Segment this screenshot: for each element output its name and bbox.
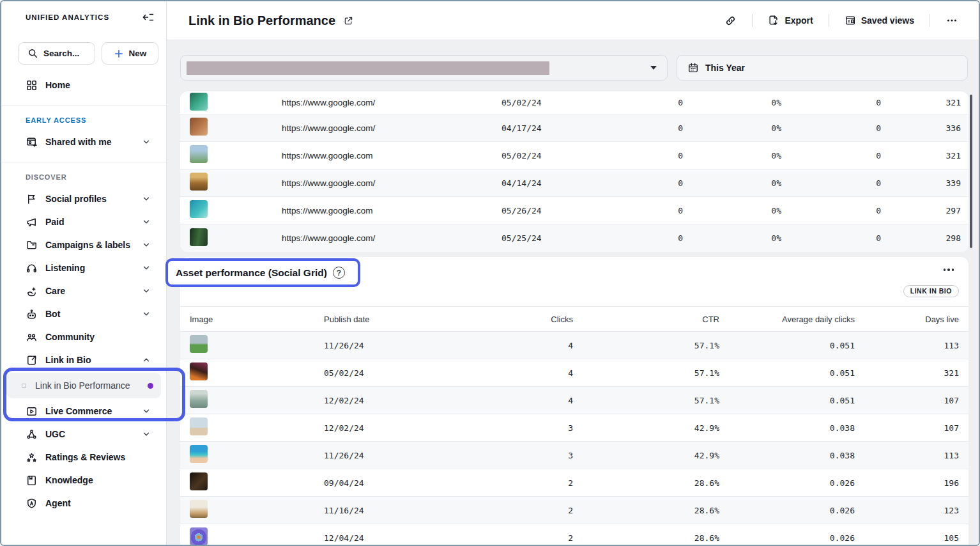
link-ctr: 0% — [683, 206, 781, 215]
link-avg-daily-clicks: 0 — [781, 206, 881, 215]
saved-views-icon — [845, 15, 856, 26]
sidebar-item-label: Paid — [45, 217, 134, 227]
link-table-row[interactable]: https://www.google.com05/02/2400%0321 — [180, 142, 969, 169]
chevron-down-icon — [142, 194, 151, 203]
row-thumbnail-image — [190, 118, 208, 136]
sidebar-item-ratings-reviews[interactable]: Ratings & Reviews — [1, 446, 166, 469]
link-table-row[interactable]: https://www.google.com05/26/2400%0297 — [180, 197, 969, 224]
column-header-image: Image — [190, 315, 324, 324]
sidebar: UNIFIED ANALYTICS Search... — [1, 1, 167, 545]
link-days-live: 321 — [881, 151, 961, 160]
sidebar-item-campaigns-labels[interactable]: Campaigns & labels — [1, 233, 166, 256]
headphones-icon — [26, 262, 38, 274]
asset-avg-daily-clicks: 0.051 — [719, 396, 855, 405]
sidebar-item-shared-with-me[interactable]: Shared with me — [1, 130, 166, 153]
chevron-down-icon — [142, 407, 151, 416]
sidebar-item-label: Home — [45, 80, 151, 90]
search-icon — [27, 48, 38, 59]
megaphone-icon — [26, 216, 38, 228]
link-table-row[interactable]: https://www.google.com/05/02/2400%0321 — [180, 91, 969, 114]
asset-avg-daily-clicks: 0.026 — [719, 478, 855, 488]
search-label: Search... — [43, 49, 79, 58]
sidebar-item-agent[interactable]: Agent — [1, 492, 166, 515]
link-clicks: 0 — [627, 178, 683, 188]
export-button[interactable]: Export — [762, 11, 819, 30]
asset-days-live: 113 — [855, 451, 959, 460]
sidebar-subitem-link-in-bio-performance[interactable]: Link in Bio Performance — [6, 373, 161, 398]
export-icon — [768, 15, 779, 26]
link-table-row[interactable]: https://www.google.com/05/25/2400%0298 — [180, 224, 969, 252]
divider — [752, 14, 753, 27]
home-grid-icon — [26, 79, 38, 91]
asset-thumbnail-image — [190, 363, 208, 380]
asset-table-row[interactable]: 12/04/24228.6%0.026105 — [180, 524, 969, 546]
link-ctr: 0% — [683, 98, 781, 107]
help-icon[interactable]: ? — [333, 267, 345, 279]
link-date: 04/17/24 — [501, 123, 627, 133]
link-url: https://www.google.com/ — [282, 123, 501, 133]
collapse-sidebar-icon[interactable] — [142, 11, 155, 24]
sidebar-item-ugc[interactable]: UGC — [1, 423, 166, 446]
sidebar-item-listening[interactable]: Listening — [1, 256, 166, 279]
asset-table-row[interactable]: 05/02/24457.1%0.051321 — [180, 359, 969, 387]
asset-publish-date: 11/26/24 — [324, 451, 470, 460]
row-thumbnail-image — [190, 145, 208, 163]
asset-table-row[interactable]: 11/26/24342.9%0.038113 — [180, 442, 969, 469]
sidebar-item-label: Listening — [45, 263, 134, 273]
sidebar-item-link-in-bio[interactable]: Link in Bio — [1, 348, 166, 371]
row-thumbnail-image — [190, 200, 208, 218]
sidebar-item-social-profiles[interactable]: Social profiles — [1, 187, 166, 210]
sidebar-item-home[interactable]: Home — [1, 74, 166, 97]
link-days-live: 339 — [881, 178, 961, 188]
saved-views-button[interactable]: Saved views — [838, 11, 921, 30]
asset-clicks: 4 — [470, 396, 573, 405]
sidebar-item-care[interactable]: Care — [1, 279, 166, 302]
sidebar-item-community[interactable]: Community — [1, 325, 166, 348]
link-in-bio-badge: LINK IN BIO — [903, 285, 959, 297]
asset-table-row[interactable]: 11/16/24228.6%0.026123 — [180, 497, 969, 524]
caret-down-icon — [650, 66, 657, 70]
app-window: UNIFIED ANALYTICS Search... — [0, 0, 980, 546]
sidebar-item-knowledge[interactable]: Knowledge — [1, 469, 166, 492]
asset-ctr: 28.6% — [573, 478, 719, 488]
asset-thumbnail-image — [190, 472, 208, 490]
column-header-publish-date: Publish date — [324, 315, 470, 324]
external-link-icon[interactable] — [343, 15, 354, 26]
link-table-row[interactable]: https://www.google.com/04/14/2400%0339 — [180, 169, 969, 197]
more-options-button[interactable] — [939, 10, 965, 31]
chevron-down-icon — [142, 430, 151, 439]
link-performance-table: https://www.google.com/05/02/2400%0321ht… — [180, 91, 969, 252]
asset-table-row[interactable]: 11/26/24457.1%0.051113 — [180, 332, 969, 359]
column-header-ctr: CTR — [573, 315, 719, 324]
new-button[interactable]: New — [102, 42, 158, 65]
link-days-live: 336 — [881, 123, 961, 133]
asset-publish-date: 12/02/24 — [324, 423, 470, 433]
asset-clicks: 3 — [470, 451, 573, 460]
sidebar-item-paid[interactable]: Paid — [1, 210, 166, 233]
sidebar-item-live-commerce[interactable]: Live Commerce — [1, 400, 166, 423]
sidebar-item-bot[interactable]: Bot — [1, 302, 166, 325]
asset-table-row[interactable]: 12/02/24457.1%0.051107 — [180, 387, 969, 414]
active-indicator-dot — [148, 383, 153, 389]
link-table-row[interactable]: https://www.google.com/04/17/2400%0336 — [180, 114, 969, 142]
chevron-down-icon — [142, 263, 151, 272]
asset-table-row[interactable]: 12/02/24342.9%0.038107 — [180, 414, 969, 442]
table-scrollbar[interactable] — [970, 95, 972, 248]
chevron-down-icon — [142, 240, 151, 249]
asset-ctr: 57.1% — [573, 396, 719, 405]
link-date: 04/14/24 — [501, 178, 627, 188]
chevron-down-icon — [142, 309, 151, 318]
date-range-label: This Year — [705, 63, 745, 73]
link-url: https://www.google.com — [282, 206, 501, 215]
card-more-options-button[interactable] — [942, 265, 956, 275]
asset-table-row[interactable]: 09/04/24228.6%0.026196 — [180, 469, 969, 497]
asset-avg-daily-clicks: 0.026 — [719, 506, 855, 515]
sidebar-item-label: Community — [45, 332, 151, 342]
copy-link-button[interactable] — [718, 11, 743, 31]
link-date: 05/02/24 — [501, 151, 627, 160]
folder-tag-icon — [26, 239, 38, 251]
search-input[interactable]: Search... — [18, 42, 95, 65]
date-range-picker[interactable]: This Year — [677, 55, 968, 81]
profile-select-dropdown[interactable] — [180, 55, 668, 81]
section-label-discover: DISCOVER — [1, 171, 166, 187]
